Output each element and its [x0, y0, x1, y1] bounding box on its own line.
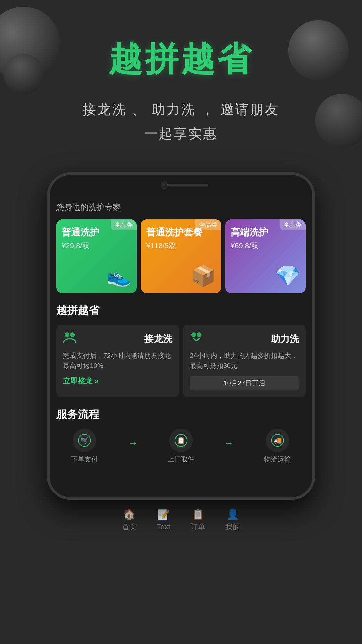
bottom-nav-home[interactable]: 🏠 首页 [122, 508, 137, 532]
feature-boxes-container: 接龙洗 完成支付后，72小时内邀请朋友接龙最高可返10% 立即接龙 » [56, 325, 306, 397]
hero-section: 越拼越省 接龙洗 、 助力洗 ， 邀请朋友 一起享实惠 [0, 0, 362, 146]
zhuli-icon [190, 331, 203, 346]
yue-pin-section-title: 越拼越省 [56, 303, 306, 318]
card-price-premium: ¥69.8/双 [231, 241, 300, 251]
svg-point-1 [70, 332, 75, 337]
flow-arrow-2: → [224, 437, 234, 449]
flow-label-pickup: 上门取件 [168, 455, 194, 464]
flow-step-pickup: 📋 上门取件 [168, 429, 194, 464]
home-icon: 🏠 [123, 508, 135, 520]
jielong-feature-box[interactable]: 接龙洗 完成支付后，72小时内邀请朋友接龙最高可返10% 立即接龙 » [56, 325, 179, 397]
flow-arrow-1: → [128, 437, 138, 449]
phone-screen: 您身边的洗护专家 全品类 普通洗护 ¥29.8/双 👟 全品类 普通洗护套餐 ¥… [50, 195, 312, 497]
card-icon-normal: 👟 [106, 264, 131, 288]
flow-step-order: 🛒 下单支付 [71, 429, 98, 464]
text-icon: 📝 [157, 509, 170, 521]
phone-mockup: 您身边的洗护专家 全品类 普通洗护 ¥29.8/双 👟 全品类 普通洗护套餐 ¥… [47, 172, 315, 500]
service-card-premium[interactable]: 全品类 高端洗护 ¥69.8/双 💎 [225, 219, 306, 293]
service-card-package[interactable]: 全品类 普通洗护套餐 ¥118/5双 📦 [141, 219, 221, 293]
phone-top-bar [50, 175, 312, 195]
card-price-normal: ¥29.8/双 [62, 241, 131, 251]
zhuli-feature-box[interactable]: 助力洗 24小时内，助力的人越多折扣越大，最高可抵扣30元 10月27日开启 [183, 325, 306, 397]
svg-text:🛒: 🛒 [80, 436, 89, 444]
card-icon-package: 📦 [191, 264, 216, 288]
subtitle-line1: 接龙洗 、 助力洗 ， 邀请朋友 [0, 97, 362, 121]
jielong-icon [63, 331, 76, 346]
jielong-name: 接龙洗 [144, 333, 172, 345]
home-label: 首页 [122, 522, 137, 532]
flow-step-logistics: 🚚 物流运输 [264, 429, 291, 464]
zhuli-desc: 24小时内，助力的人越多折扣越大，最高可抵扣30元 [190, 351, 299, 371]
phone-camera [161, 181, 168, 189]
jielong-desc: 完成支付后，72小时内邀请朋友接龙最高可返10% [63, 351, 172, 371]
profile-icon: 👤 [227, 508, 239, 520]
bottom-nav: 🏠 首页 📝 Text 📋 订单 👤 我的 [0, 500, 362, 540]
card-badge-package: 全品类 [195, 219, 221, 230]
subtitle-line2: 一起享实惠 [0, 121, 362, 146]
flow-icon-pickup: 📋 [169, 429, 193, 452]
flow-steps-container: 🛒 下单支付 → 📋 上门取件 [56, 429, 306, 464]
profile-label: 我的 [225, 522, 240, 532]
service-flow-section: 服务流程 🛒 下单支付 → [56, 407, 306, 464]
bottom-nav-profile[interactable]: 👤 我的 [225, 508, 240, 532]
card-badge-normal: 全品类 [111, 219, 137, 230]
phone-header-text: 您身边的洗护专家 [56, 202, 306, 213]
service-card-normal[interactable]: 全品类 普通洗护 ¥29.8/双 👟 [56, 219, 137, 293]
card-badge-premium: 全品类 [280, 219, 306, 230]
zhuli-header: 助力洗 [190, 331, 299, 346]
flow-label-order: 下单支付 [71, 455, 98, 464]
svg-text:📋: 📋 [177, 436, 185, 444]
order-icon: 📋 [192, 508, 204, 520]
jielong-action[interactable]: 立即接龙 » [63, 376, 172, 386]
jielong-header: 接龙洗 [63, 331, 172, 346]
hero-subtitle: 接龙洗 、 助力洗 ， 邀请朋友 一起享实惠 [0, 97, 362, 146]
order-label: 订单 [190, 522, 205, 532]
svg-point-3 [197, 332, 201, 337]
flow-icon-logistics: 🚚 [266, 429, 289, 452]
phone-speaker [168, 184, 208, 186]
phone-wrapper: 您身边的洗护专家 全品类 普通洗护 ¥29.8/双 👟 全品类 普通洗护套餐 ¥… [47, 172, 315, 500]
flow-icon-order: 🛒 [73, 429, 96, 452]
service-flow-title: 服务流程 [56, 407, 306, 422]
bottom-nav-text[interactable]: 📝 Text [157, 509, 170, 531]
card-icon-premium: 💎 [275, 264, 300, 288]
text-label: Text [157, 523, 170, 531]
bottom-nav-order[interactable]: 📋 订单 [190, 508, 205, 532]
hero-title: 越拼越省 [0, 40, 362, 77]
flow-label-logistics: 物流运输 [264, 455, 291, 464]
svg-point-2 [191, 332, 196, 337]
card-price-package: ¥118/5双 [146, 241, 216, 251]
svg-text:🚚: 🚚 [273, 436, 282, 444]
zhuli-date-button[interactable]: 10月27日开启 [190, 376, 299, 390]
zhuli-name: 助力洗 [271, 333, 299, 345]
svg-point-0 [65, 332, 69, 337]
service-cards-container: 全品类 普通洗护 ¥29.8/双 👟 全品类 普通洗护套餐 ¥118/5双 📦 … [56, 219, 306, 293]
